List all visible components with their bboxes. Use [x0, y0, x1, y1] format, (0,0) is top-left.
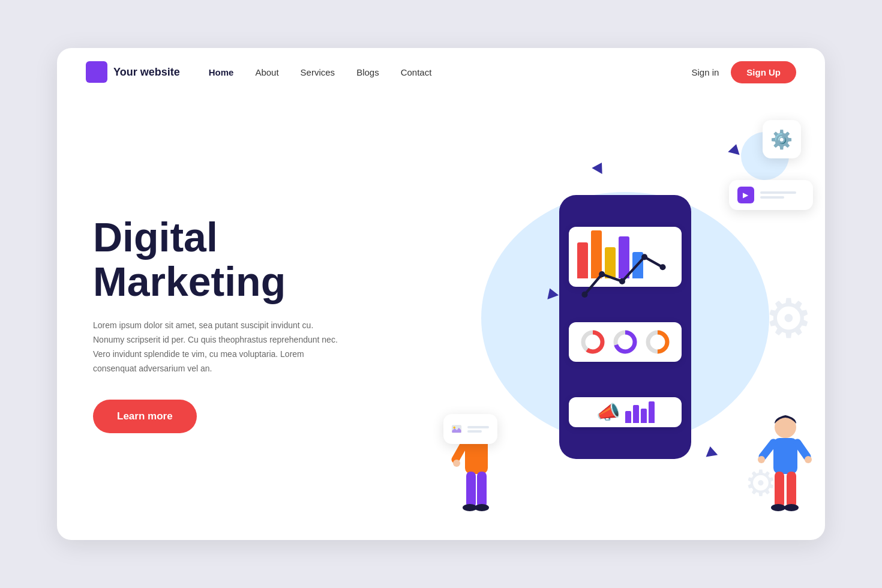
nav-blogs[interactable]: Blogs [356, 67, 379, 77]
svg-rect-18 [466, 472, 476, 508]
video-lines [760, 191, 796, 199]
megaphone-icon: 📣 [596, 401, 620, 424]
learn-more-button[interactable]: Learn more [93, 400, 197, 433]
bar-3 [605, 247, 616, 278]
nav-services[interactable]: Services [301, 67, 335, 77]
navbar: Your website Home About Services Blogs C… [57, 48, 825, 96]
svg-line-24 [763, 443, 773, 457]
svg-point-0 [582, 292, 588, 298]
svg-point-17 [453, 460, 460, 467]
gear-float-card: ⚙️ [763, 120, 801, 158]
nav-links: Home About Services Blogs Contact [209, 67, 692, 77]
mini-bar-4 [649, 401, 655, 423]
main-content: Digital Marketing Lorem ipsum dolor sit … [57, 96, 825, 540]
phone-illustration: 📣 [559, 195, 691, 459]
nav-actions: Sign in Sign Up [691, 61, 796, 83]
logo-box [86, 61, 107, 83]
svg-line-16 [455, 442, 466, 460]
svg-point-4 [660, 265, 666, 271]
donut-3 [644, 328, 671, 356]
signup-button[interactable]: Sign Up [731, 61, 796, 83]
svg-point-12 [454, 427, 456, 429]
gear-background-icon: ⚙ [764, 287, 813, 350]
svg-rect-28 [775, 472, 784, 508]
svg-point-2 [619, 278, 625, 284]
svg-point-30 [771, 504, 785, 511]
image-float-card [443, 414, 497, 444]
bar-chart-card [569, 227, 682, 287]
mini-bar-1 [625, 411, 631, 423]
person-right [753, 388, 819, 522]
person-left-svg [443, 388, 509, 520]
logo-text: Your website [113, 66, 180, 79]
hero-title: Digital Marketing [93, 215, 397, 305]
donut-row [575, 328, 676, 356]
image-icon [452, 421, 461, 437]
hero-description: Lorem ipsum dolor sit amet, sea putant s… [93, 319, 345, 376]
bar-1 [577, 242, 588, 278]
donut-1 [579, 328, 607, 356]
logo-area[interactable]: Your website [86, 61, 180, 83]
mini-bar-2 [633, 405, 639, 423]
bar-2 [591, 230, 602, 278]
left-section: Digital Marketing Lorem ipsum dolor sit … [57, 96, 425, 540]
svg-point-31 [784, 504, 799, 511]
play-icon: ▶ [737, 187, 754, 203]
decoration-triangle-1 [592, 160, 607, 174]
page-card: Your website Home About Services Blogs C… [57, 48, 825, 540]
svg-rect-29 [787, 472, 796, 508]
decoration-triangle-3 [728, 143, 742, 155]
video-line-1 [760, 191, 796, 194]
gear-icon: ⚙️ [770, 129, 793, 150]
video-line-2 [760, 196, 784, 199]
bar-chart [575, 233, 676, 281]
mini-bar-chart [625, 401, 655, 423]
person-left [443, 388, 509, 522]
svg-point-27 [805, 456, 812, 463]
svg-rect-19 [477, 472, 487, 508]
nav-home[interactable]: Home [209, 67, 234, 77]
donut-chart-card [569, 322, 682, 362]
decoration-triangle-4 [704, 445, 718, 457]
mini-bar-3 [641, 409, 647, 423]
signin-button[interactable]: Sign in [691, 67, 719, 77]
megaphone-card: 📣 [569, 397, 682, 427]
video-float-card: ▶ [729, 180, 813, 210]
donut-2 [611, 328, 639, 356]
nav-about[interactable]: About [255, 67, 278, 77]
svg-point-26 [758, 456, 765, 463]
bar-5 [632, 252, 643, 278]
svg-line-25 [797, 443, 807, 457]
svg-point-21 [475, 504, 489, 511]
person-right-svg [753, 388, 819, 520]
bar-4 [619, 236, 629, 278]
nav-contact[interactable]: Contact [401, 67, 432, 77]
right-section: ⚙ ⚙ ⚙️ ▶ [425, 96, 825, 540]
